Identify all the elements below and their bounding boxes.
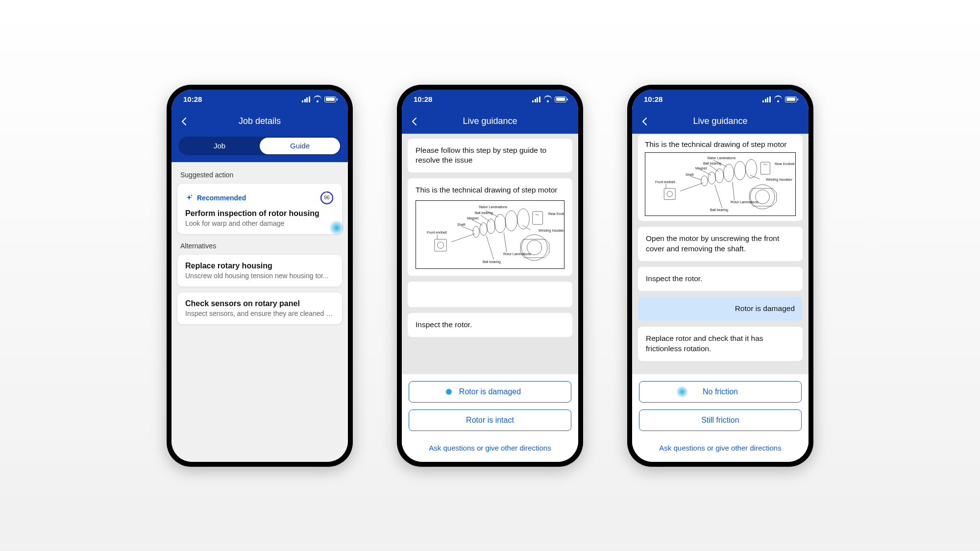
svg-point-9 xyxy=(494,215,506,233)
svg-point-13 xyxy=(521,235,547,261)
choice-label: Rotor is damaged xyxy=(459,387,521,396)
svg-point-28 xyxy=(708,172,715,185)
status-icons xyxy=(302,96,336,102)
section-suggested-label: Suggested action xyxy=(172,169,348,184)
choice-still-friction[interactable]: Still friction xyxy=(639,409,802,431)
label-rotor: Rotor Laminations xyxy=(731,200,759,204)
status-bar: 10:28 xyxy=(632,90,808,109)
ask-questions-link[interactable]: Ask questions or give other directions xyxy=(639,438,802,460)
status-bar: 10:28 xyxy=(172,90,348,109)
step-open: Open the motor by unscrewing the front c… xyxy=(638,227,803,261)
alt2-subtitle: Inspect sensors, and ensure they are cle… xyxy=(185,310,334,317)
label-rotor: Rotor Laminations xyxy=(503,252,531,256)
content-area: Please follow this step by step guide to… xyxy=(402,134,578,462)
status-bar: 10:28 xyxy=(402,90,578,109)
svg-rect-3 xyxy=(435,240,447,252)
tab-job[interactable]: Job xyxy=(179,138,260,154)
step-placeholder xyxy=(408,282,572,307)
choices-area: Rotor is damaged Rotor is intact Ask que… xyxy=(402,374,578,462)
screen-job-details: 10:28 Job details Job Guide Suggested ac… xyxy=(172,90,348,462)
choice-rotor-intact[interactable]: Rotor is intact xyxy=(409,409,571,431)
svg-point-31 xyxy=(735,162,746,180)
svg-line-26 xyxy=(680,183,704,192)
label-shaft: Shaft xyxy=(457,222,465,227)
tab-guide[interactable]: Guide xyxy=(260,138,340,154)
back-button[interactable] xyxy=(179,117,189,126)
choice-rotor-damaged[interactable]: Rotor is damaged xyxy=(409,381,571,403)
alt2-title: Check sensors on rotary panel xyxy=(185,299,334,308)
svg-line-22 xyxy=(504,233,507,252)
cellular-icon xyxy=(302,96,311,102)
content-area: Suggested action Recommended xyxy=(172,162,348,462)
ask-questions-link[interactable]: Ask questions or give other directions xyxy=(409,438,571,460)
svg-line-43 xyxy=(733,182,735,201)
wifi-icon xyxy=(544,96,552,102)
recommended-badge: Recommended xyxy=(185,194,246,202)
page-title: Job details xyxy=(172,116,348,126)
technical-drawing: Stator Laminations Ball bearing Magnet S… xyxy=(416,200,564,269)
phone-1: 10:28 Job details Job Guide Suggested ac… xyxy=(167,85,353,467)
steps-list[interactable]: This is the technical drawing of step mo… xyxy=(632,134,808,374)
alt1-title: Replace rotary housing xyxy=(185,262,334,270)
recommended-card[interactable]: Recommended 96 Perform inspection of rot… xyxy=(177,184,342,234)
steps-list[interactable]: Please follow this step by step guide to… xyxy=(402,134,578,374)
svg-rect-12 xyxy=(533,212,543,224)
battery-icon xyxy=(324,96,336,102)
recommended-label: Recommended xyxy=(197,194,246,202)
phone-2: 10:28 Live guidance Please follow this s… xyxy=(397,85,583,467)
segmented-control: Job Guide xyxy=(178,137,341,155)
technical-drawing: Stator Laminations Ball bearing Magnet S… xyxy=(645,152,796,216)
svg-point-29 xyxy=(715,169,723,183)
battery-icon xyxy=(555,96,566,102)
label-front: Front endbell xyxy=(427,230,447,235)
svg-line-17 xyxy=(472,220,483,225)
svg-point-10 xyxy=(505,211,517,231)
choices-area: No friction Still friction Ask questions… xyxy=(632,374,808,462)
svg-point-8 xyxy=(487,219,495,234)
choice-no-friction[interactable]: No friction xyxy=(639,381,802,403)
touch-indicator-icon xyxy=(676,386,688,398)
label-stator: Stator Laminations xyxy=(707,156,735,160)
screen-live-guidance-1: 10:28 Live guidance Please follow this s… xyxy=(402,90,578,462)
cellular-icon xyxy=(762,96,771,102)
sparkle-icon xyxy=(185,194,193,202)
nav-bar: Job details xyxy=(172,109,348,134)
step-replace: Replace rotor and check that it has fric… xyxy=(638,327,803,361)
step-intro: Please follow this step by step guide to… xyxy=(408,139,572,173)
choice-label: Rotor is intact xyxy=(466,416,514,425)
step-drawing-card: This is the technical drawing of step mo… xyxy=(408,178,572,276)
svg-line-23 xyxy=(486,236,493,260)
content-area: This is the technical drawing of step mo… xyxy=(632,134,808,462)
step-drawing-text: This is the technical drawing of step mo… xyxy=(645,140,786,148)
nav-bar: Live guidance xyxy=(632,109,808,134)
choice-label: No friction xyxy=(703,387,738,396)
alternative-card-2[interactable]: Check sensors on rotary panel Inspect se… xyxy=(177,292,342,324)
rec-card-subtitle: Look for warp and other damage xyxy=(185,219,334,227)
svg-line-41 xyxy=(763,164,767,165)
label-ball: Ball bearing xyxy=(703,161,721,166)
svg-point-27 xyxy=(701,176,708,186)
back-button[interactable] xyxy=(640,117,650,126)
label-ball2: Ball bearing xyxy=(710,208,728,212)
nav-bar: Live guidance xyxy=(402,109,578,134)
back-button[interactable] xyxy=(410,117,419,126)
rec-card-title: Perform inspection of rotor housing xyxy=(185,209,334,218)
svg-point-4 xyxy=(437,242,443,248)
score-value: 96 xyxy=(319,191,334,205)
status-time: 10:28 xyxy=(644,95,662,103)
cellular-icon xyxy=(532,96,541,102)
svg-rect-33 xyxy=(760,162,770,174)
alternative-card-1[interactable]: Replace rotary housing Unscrew old housi… xyxy=(177,255,342,287)
user-reply: Rotor is damaged xyxy=(638,297,803,321)
status-time: 10:28 xyxy=(183,95,202,103)
label-stator: Stator Laminations xyxy=(479,205,507,209)
step-inspect: Inspect the rotor. xyxy=(408,313,572,337)
svg-line-20 xyxy=(535,215,539,216)
label-winding: Winding Insulator xyxy=(766,177,792,182)
wifi-icon xyxy=(774,96,782,102)
svg-point-25 xyxy=(667,192,672,197)
svg-point-0 xyxy=(191,194,192,195)
svg-point-32 xyxy=(746,160,757,178)
label-front: Front endbell xyxy=(655,180,675,184)
step-drawing-text: This is the technical drawing of step mo… xyxy=(416,186,557,194)
